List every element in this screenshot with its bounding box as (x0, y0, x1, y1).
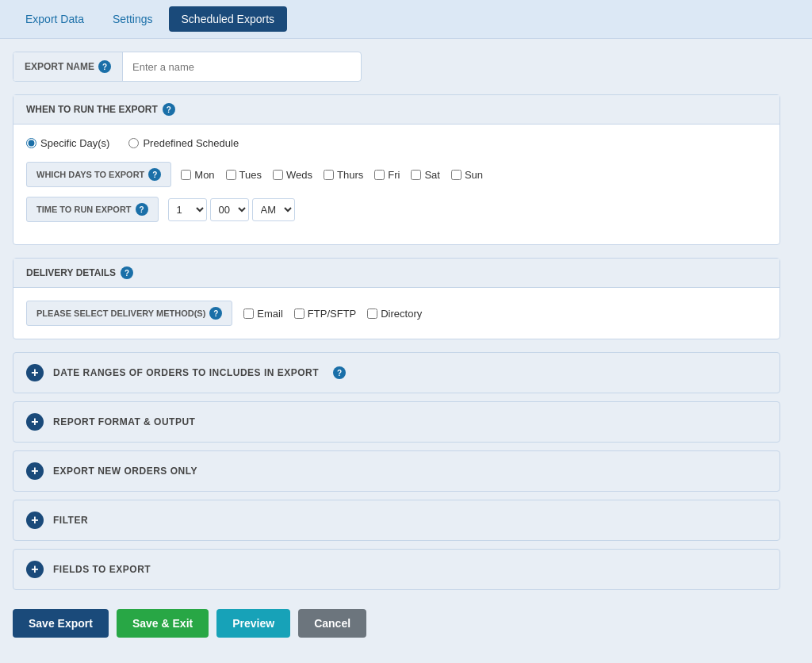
day-sat[interactable]: Sat (411, 169, 440, 181)
radio-specific-days[interactable]: Specific Day(s) (26, 137, 109, 149)
schedule-type-radio-group: Specific Day(s) Predefined Schedule (26, 137, 767, 149)
time-help-icon[interactable]: ? (136, 203, 148, 216)
report-format-title: REPORT FORMAT & OUTPUT (53, 416, 195, 427)
date-ranges-help-icon[interactable]: ? (333, 366, 346, 379)
days-checkboxes: Mon Tues Weds Thurs (181, 169, 483, 181)
when-section-header: WHEN TO RUN THE EXPORT ? (13, 95, 779, 125)
fields-to-export-title: FIELDS TO EXPORT (53, 564, 151, 575)
nav-tab-export-data[interactable]: Export Data (13, 6, 97, 32)
delivery-method-label: PLEASE SELECT DELIVERY METHOD(S) ? (26, 301, 232, 326)
delivery-email[interactable]: Email (243, 308, 283, 320)
date-ranges-plus-icon: + (26, 364, 44, 381)
day-fri-checkbox[interactable] (374, 170, 385, 180)
delivery-checkboxes: Email FTP/SFTP Directory (243, 308, 422, 320)
delivery-ftp-sftp-checkbox[interactable] (294, 309, 304, 319)
radio-specific-days-input[interactable] (26, 138, 36, 148)
export-name-help-icon[interactable]: ? (98, 60, 111, 73)
minute-select[interactable]: 00153045 (210, 198, 249, 221)
delivery-section-body: PLEASE SELECT DELIVERY METHOD(S) ? Email… (13, 288, 779, 339)
delivery-method-row: PLEASE SELECT DELIVERY METHOD(S) ? Email… (26, 301, 767, 326)
main-content: EXPORT NAME ? WHEN TO RUN THE EXPORT ? S… (0, 39, 793, 650)
export-new-orders-section[interactable]: + EXPORT NEW ORDERS ONLY (13, 450, 780, 492)
day-thurs[interactable]: Thurs (324, 169, 363, 181)
delivery-help-icon[interactable]: ? (121, 266, 133, 279)
day-sat-checkbox[interactable] (411, 170, 421, 180)
radio-predefined-schedule[interactable]: Predefined Schedule (128, 137, 239, 149)
day-sun[interactable]: Sun (451, 169, 483, 181)
radio-predefined-schedule-input[interactable] (128, 138, 139, 148)
which-days-row: WHICH DAYS TO EXPORT ? Mon Tues Weds (26, 162, 767, 187)
filter-section[interactable]: + FILTER (13, 500, 780, 541)
bottom-buttons: Save Export Save & Exit Preview Cancel (13, 603, 780, 638)
export-name-label: EXPORT NAME ? (13, 52, 123, 81)
day-thurs-checkbox[interactable] (324, 170, 334, 180)
delivery-ftp-sftp[interactable]: FTP/SFTP (294, 308, 356, 320)
date-ranges-title: DATE RANGES OF ORDERS TO INCLUDES IN EXP… (53, 367, 319, 378)
fields-to-export-section[interactable]: + FIELDS TO EXPORT (13, 549, 780, 590)
day-mon-checkbox[interactable] (181, 170, 191, 180)
day-fri[interactable]: Fri (374, 169, 400, 181)
time-to-run-label: TIME TO RUN EXPORT ? (26, 197, 159, 222)
when-section: WHEN TO RUN THE EXPORT ? Specific Day(s)… (13, 94, 780, 245)
export-new-orders-plus-icon: + (26, 462, 44, 480)
cancel-button[interactable]: Cancel (298, 609, 366, 638)
report-format-section[interactable]: + REPORT FORMAT & OUTPUT (13, 401, 780, 443)
preview-button[interactable]: Preview (216, 609, 290, 638)
delivery-section-header: DELIVERY DETAILS ? (13, 259, 779, 288)
day-mon[interactable]: Mon (181, 169, 214, 181)
when-section-help-icon[interactable]: ? (163, 103, 175, 116)
nav-tab-settings[interactable]: Settings (100, 6, 166, 32)
delivery-directory-checkbox[interactable] (367, 309, 377, 319)
save-export-button[interactable]: Save Export (13, 609, 109, 638)
filter-title: FILTER (53, 515, 88, 526)
export-name-row: EXPORT NAME ? (13, 52, 362, 82)
day-tues[interactable]: Tues (226, 169, 262, 181)
hour-select[interactable]: 1234 5678 9101112 (168, 198, 207, 221)
day-weds-checkbox[interactable] (273, 170, 283, 180)
export-name-input[interactable] (123, 53, 345, 81)
which-days-help-icon[interactable]: ? (148, 168, 161, 181)
day-weds[interactable]: Weds (273, 169, 312, 181)
day-tues-checkbox[interactable] (226, 170, 236, 180)
filter-plus-icon: + (26, 512, 44, 529)
delivery-method-help-icon[interactable]: ? (209, 307, 222, 320)
save-exit-button[interactable]: Save & Exit (117, 609, 209, 638)
when-section-body: Specific Day(s) Predefined Schedule WHIC… (13, 125, 779, 244)
fields-to-export-plus-icon: + (26, 561, 44, 578)
ampm-select[interactable]: AMPM (252, 198, 295, 221)
date-ranges-section[interactable]: + DATE RANGES OF ORDERS TO INCLUDES IN E… (13, 352, 780, 393)
delivery-email-checkbox[interactable] (243, 309, 254, 319)
report-format-plus-icon: + (26, 413, 44, 431)
which-days-label: WHICH DAYS TO EXPORT ? (26, 162, 171, 187)
delivery-section: DELIVERY DETAILS ? PLEASE SELECT DELIVER… (13, 258, 780, 339)
time-to-run-row: TIME TO RUN EXPORT ? 1234 5678 9101112 0… (26, 197, 767, 222)
time-selects: 1234 5678 9101112 00153045 AMPM (168, 198, 295, 221)
day-sun-checkbox[interactable] (451, 170, 462, 180)
nav-tab-scheduled-exports[interactable]: Scheduled Exports (169, 6, 288, 32)
export-new-orders-title: EXPORT NEW ORDERS ONLY (53, 466, 197, 477)
delivery-directory[interactable]: Directory (367, 308, 422, 320)
top-navigation: Export Data Settings Scheduled Exports (0, 0, 812, 39)
